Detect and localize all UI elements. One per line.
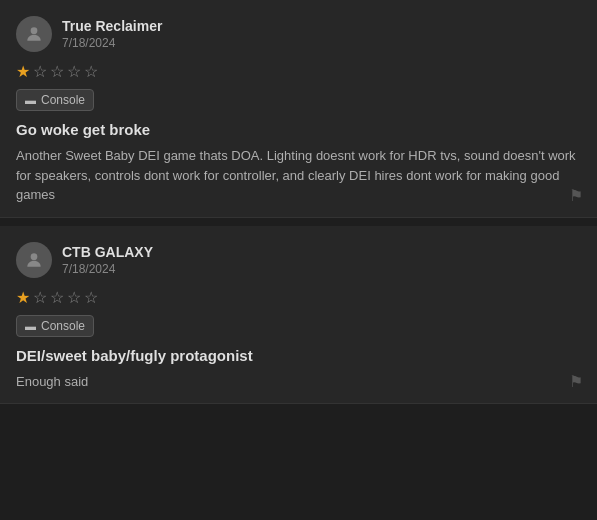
flag-button[interactable]: ⚑ (569, 186, 583, 205)
review-body: Another Sweet Baby DEI game thats DOA. L… (16, 146, 581, 205)
reviewer-header: True Reclaimer7/18/2024 (16, 16, 581, 52)
platform-badge: ▬ Console (16, 89, 94, 111)
star-rating: ★☆☆☆☆ (16, 288, 581, 307)
star-empty: ☆ (50, 62, 64, 81)
platform-label: Console (41, 319, 85, 333)
reviewer-name: True Reclaimer (62, 18, 162, 34)
svg-point-0 (31, 27, 38, 34)
star-empty: ☆ (33, 288, 47, 307)
star-filled: ★ (16, 62, 30, 81)
reviewer-info: True Reclaimer7/18/2024 (62, 18, 162, 50)
svg-point-1 (31, 253, 38, 260)
review-date: 7/18/2024 (62, 36, 162, 50)
star-filled: ★ (16, 288, 30, 307)
reviewer-name: CTB GALAXY (62, 244, 153, 260)
platform-label: Console (41, 93, 85, 107)
star-empty: ☆ (84, 62, 98, 81)
review-card: CTB GALAXY7/18/2024★☆☆☆☆▬ ConsoleDEI/swe… (0, 226, 597, 405)
review-card: True Reclaimer7/18/2024★☆☆☆☆▬ ConsoleGo … (0, 0, 597, 218)
platform-badge: ▬ Console (16, 315, 94, 337)
star-empty: ☆ (50, 288, 64, 307)
star-empty: ☆ (84, 288, 98, 307)
review-title: DEI/sweet baby/fugly protagonist (16, 347, 581, 364)
review-title: Go woke get broke (16, 121, 581, 138)
star-empty: ☆ (67, 288, 81, 307)
avatar (16, 242, 52, 278)
console-icon: ▬ (25, 94, 36, 106)
reviewer-info: CTB GALAXY7/18/2024 (62, 244, 153, 276)
review-body: Enough said (16, 372, 581, 392)
star-empty: ☆ (67, 62, 81, 81)
star-empty: ☆ (33, 62, 47, 81)
flag-button[interactable]: ⚑ (569, 372, 583, 391)
reviewer-header: CTB GALAXY7/18/2024 (16, 242, 581, 278)
star-rating: ★☆☆☆☆ (16, 62, 581, 81)
review-date: 7/18/2024 (62, 262, 153, 276)
avatar (16, 16, 52, 52)
console-icon: ▬ (25, 320, 36, 332)
